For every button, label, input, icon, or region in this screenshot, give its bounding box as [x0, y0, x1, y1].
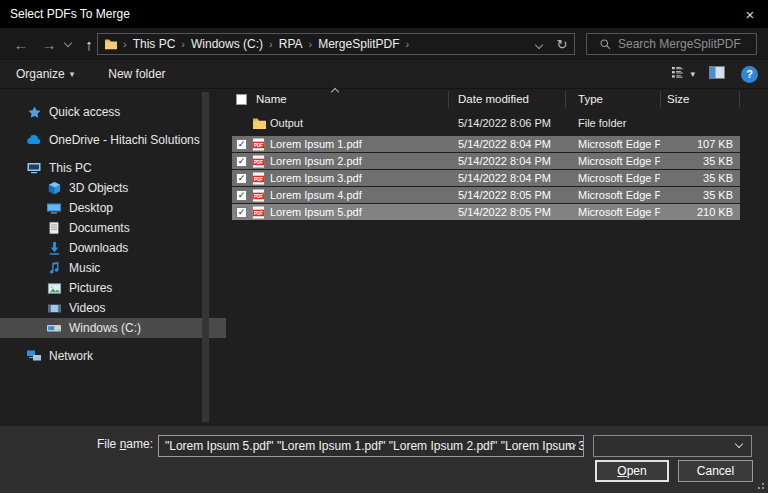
file-name-cell: Lorem Ipsum 2.pdf — [270, 155, 448, 167]
pdf-icon: PDF — [252, 189, 270, 202]
svg-text:PDF: PDF — [254, 142, 263, 147]
column-divider[interactable] — [565, 91, 566, 108]
sidebar-item-label: Pictures — [69, 281, 112, 295]
checked-checkbox[interactable]: ✓ — [236, 139, 247, 150]
type-cell: Microsoft Edge P... — [565, 189, 660, 201]
sidebar-item-pictures[interactable]: Pictures — [0, 278, 226, 298]
date-modified-cell: 5/14/2022 8:05 PM — [448, 189, 565, 201]
sidebar-item-music[interactable]: Music — [0, 258, 226, 278]
checked-checkbox[interactable]: ✓ — [236, 156, 247, 167]
breadcrumb-item-this-pc[interactable]: This PC — [128, 37, 181, 51]
file-name-cell: Lorem Ipsum 3.pdf — [270, 172, 448, 184]
command-toolbar: Organize ▾ New folder ▾ ? — [0, 60, 768, 89]
breadcrumb-item-windows-c-[interactable]: Windows (C:) — [186, 37, 268, 51]
address-bar[interactable]: › This PC›Windows (C:)›RPA›MergeSplitPDF… — [97, 33, 575, 55]
sidebar-scrollbar[interactable] — [202, 92, 209, 422]
table-row[interactable]: ✓ PDF Lorem Ipsum 4.pdf 5/14/2022 8:05 P… — [232, 187, 740, 203]
window-title: Select PDFs To Merge — [0, 7, 130, 21]
change-view-button[interactable]: ▾ — [665, 66, 701, 82]
search-box[interactable]: Search MergeSplitPDF — [586, 33, 757, 55]
close-icon[interactable]: × — [732, 0, 768, 28]
sidebar-item-network[interactable]: Network — [0, 346, 226, 366]
resize-grip[interactable] — [754, 479, 764, 489]
network-icon — [26, 348, 42, 364]
table-row[interactable]: ✓ PDF Lorem Ipsum 1.pdf 5/14/2022 8:04 P… — [232, 136, 740, 152]
table-row[interactable]: ✓ PDF Lorem Ipsum 5.pdf 5/14/2022 8:05 P… — [232, 204, 740, 220]
pdf-icon: PDF — [252, 206, 270, 219]
music-icon — [46, 260, 62, 276]
back-button[interactable]: ← — [8, 28, 34, 60]
svg-text:PDF: PDF — [254, 159, 263, 164]
table-row[interactable]: Output 5/14/2022 8:06 PM File folder — [232, 112, 740, 134]
type-cell: Microsoft Edge P... — [565, 155, 660, 167]
column-header-name[interactable]: Name — [232, 93, 448, 105]
preview-pane-icon — [709, 66, 725, 82]
file-rows: Output 5/14/2022 8:06 PM File folder ✓ P… — [232, 112, 740, 221]
table-row[interactable]: ✓ PDF Lorem Ipsum 3.pdf 5/14/2022 8:04 P… — [232, 170, 740, 186]
sidebar-item-label: Music — [69, 261, 100, 275]
help-icon: ? — [746, 68, 753, 80]
title-bar: Select PDFs To Merge × — [0, 0, 768, 28]
sidebar-item-label: OneDrive - Hitachi Solutions — [49, 133, 200, 147]
file-name-cell: Lorem Ipsum 4.pdf — [270, 189, 448, 201]
date-modified-cell: 5/14/2022 8:06 PM — [448, 117, 565, 129]
download-icon — [46, 240, 62, 256]
sidebar-item-videos[interactable]: Videos — [0, 298, 226, 318]
pdf-icon: PDF — [252, 138, 270, 151]
column-header-size[interactable]: Size — [660, 93, 740, 105]
sidebar-item-desktop[interactable]: Desktop — [0, 198, 226, 218]
column-divider[interactable] — [448, 91, 449, 108]
sidebar-item-label: Quick access — [49, 105, 120, 119]
list-view-icon — [671, 66, 686, 82]
column-header-type[interactable]: Type — [565, 93, 660, 105]
svg-text:PDF: PDF — [254, 193, 263, 198]
file-dialog-window: Select PDFs To Merge × ← → ↑ › This PC›W… — [0, 0, 768, 493]
help-button[interactable]: ? — [741, 66, 758, 83]
sidebar-item-downloads[interactable]: Downloads — [0, 238, 226, 258]
table-row[interactable]: ✓ PDF Lorem Ipsum 2.pdf 5/14/2022 8:04 P… — [232, 153, 740, 169]
date-modified-cell: 5/14/2022 8:04 PM — [448, 138, 565, 150]
sidebar-item-this-pc[interactable]: This PC — [0, 158, 226, 178]
document-icon — [46, 220, 62, 236]
preview-pane-button[interactable] — [701, 66, 733, 82]
sidebar-item-onedrive-hitachi-solutions[interactable]: OneDrive - Hitachi Solutions — [0, 130, 226, 150]
cancel-button[interactable]: Cancel — [678, 460, 753, 482]
select-all-checkbox[interactable] — [236, 94, 247, 105]
column-header-date-modified[interactable]: Date modified — [448, 93, 565, 105]
open-button[interactable]: Open — [595, 460, 669, 482]
checked-checkbox[interactable]: ✓ — [236, 173, 247, 184]
sidebar-item-documents[interactable]: Documents — [0, 218, 226, 238]
type-cell: File folder — [565, 117, 660, 129]
column-divider[interactable] — [739, 91, 740, 108]
size-cell: 35 KB — [660, 189, 740, 201]
checked-checkbox[interactable]: ✓ — [236, 190, 247, 201]
date-modified-cell: 5/14/2022 8:04 PM — [448, 172, 565, 184]
organize-button[interactable]: Organize ▾ — [7, 60, 83, 88]
refresh-icon[interactable]: ↻ — [550, 37, 574, 52]
file-type-select[interactable] — [593, 435, 752, 457]
sidebar-list: Quick access OneDrive - Hitachi Solution… — [0, 102, 226, 366]
new-folder-button[interactable]: New folder — [99, 60, 174, 88]
folder-icon — [252, 117, 270, 130]
breadcrumb-item-rpa[interactable]: RPA — [274, 37, 308, 51]
breadcrumb-item-mergesplitpdf[interactable]: MergeSplitPDF — [313, 37, 404, 51]
pdf-icon: PDF — [252, 172, 270, 185]
sidebar-item-windows-c-[interactable]: Windows (C:) — [0, 318, 226, 338]
desktop-icon — [46, 200, 62, 216]
column-divider[interactable] — [660, 91, 661, 108]
date-modified-cell: 5/14/2022 8:04 PM — [448, 155, 565, 167]
drive-icon — [46, 320, 62, 336]
breadcrumb: This PC›Windows (C:)›RPA›MergeSplitPDF› — [128, 37, 411, 51]
recent-locations-chevron-icon[interactable] — [60, 28, 76, 60]
size-cell: 35 KB — [660, 155, 740, 167]
breadcrumb-separator: › — [405, 38, 411, 50]
address-dropdown-chevron-icon[interactable] — [528, 37, 550, 51]
pdf-icon: PDF — [252, 155, 270, 168]
file-name-cell: Lorem Ipsum 5.pdf — [270, 206, 448, 218]
sidebar-item-3d-objects[interactable]: 3D Objects — [0, 178, 226, 198]
checked-checkbox[interactable]: ✓ — [236, 207, 247, 218]
type-cell: Microsoft Edge P... — [565, 172, 660, 184]
sidebar-item-quick-access[interactable]: Quick access — [0, 102, 226, 122]
file-name-input[interactable]: "Lorem Ipsum 5.pdf" "Lorem Ipsum 1.pdf" … — [158, 435, 584, 457]
forward-button[interactable]: → — [36, 28, 62, 60]
